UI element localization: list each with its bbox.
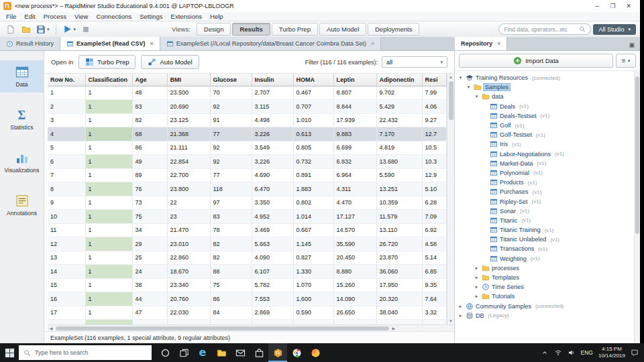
data-cell[interactable]: 49 [132, 155, 167, 169]
data-cell[interactable]: 6.107 [252, 265, 293, 279]
repo-item-titanic-unlabeled[interactable]: Titanic Unlabeled(v1) [455, 235, 640, 244]
open-process-button[interactable] [19, 23, 33, 36]
table-row[interactable]: 416821.368773.2260.6139.8837.17012.7 [48, 127, 446, 141]
run-button[interactable]: ▾ [61, 23, 78, 36]
rapidminer-taskbar-icon[interactable] [268, 343, 287, 362]
table-row[interactable]: 917322973.3500.8024.47010.3596.28 [48, 196, 446, 210]
repo-item-purchases[interactable]: Purchases(v1) [455, 187, 640, 196]
table-row[interactable]: 1714722.030842.8690.59026.65038.0403.32 [48, 306, 446, 320]
expander-icon[interactable]: ▸ [458, 304, 464, 309]
scroll-right-icon[interactable]: ▶ [390, 325, 397, 332]
data-cell[interactable]: 86 [132, 141, 167, 155]
repo-item-db[interactable]: ▸DB(Legacy) [455, 311, 640, 320]
data-cell[interactable]: 44 [132, 292, 167, 306]
data-cell[interactable]: 47 [132, 306, 167, 320]
row-number-cell[interactable]: 13 [48, 251, 85, 265]
data-cell[interactable]: 6.28 [422, 196, 446, 210]
import-data-button[interactable]: Import Data [459, 54, 613, 68]
data-cell[interactable]: 1 [85, 251, 132, 265]
notifications-icon[interactable] [631, 349, 639, 357]
table-row[interactable]: 114823.500702.7070.4678.8079.7027.99 [48, 86, 446, 100]
row-number-cell[interactable]: 12 [48, 237, 85, 251]
data-cell[interactable]: 1 [85, 168, 132, 182]
data-cell[interactable]: 0.891 [293, 168, 333, 182]
data-cell[interactable]: 92 [210, 155, 252, 169]
data-cell[interactable]: 34 [132, 223, 167, 237]
data-cell[interactable]: 1 [85, 265, 132, 279]
expander-icon[interactable]: ▸ [474, 275, 480, 280]
data-cell[interactable]: 23.870 [376, 251, 422, 265]
data-cell[interactable]: 0.827 [293, 251, 333, 265]
data-cell[interactable]: 86 [210, 292, 252, 306]
minimize-button[interactable]: ─ [595, 3, 599, 9]
data-cell[interactable]: 78 [210, 223, 252, 237]
data-cell[interactable]: 77 [210, 168, 252, 182]
data-cell[interactable]: 1.330 [293, 265, 333, 279]
row-number-cell[interactable]: 2 [48, 100, 85, 114]
menu-extensions[interactable]: Extensions [167, 13, 206, 20]
start-button[interactable] [0, 343, 19, 362]
repo-item-community-samples[interactable]: ▸Community Samples(connected) [455, 302, 640, 311]
row-number-cell[interactable]: 15 [48, 278, 85, 292]
table-horizontal-scrollbar[interactable]: ◀ ▶ [48, 324, 454, 331]
data-cell[interactable]: 1 [85, 237, 132, 251]
data-cell[interactable]: 1 [85, 100, 132, 114]
row-number-cell[interactable]: 16 [48, 292, 85, 306]
data-cell[interactable]: 23.800 [167, 182, 210, 196]
auto-model-button[interactable]: Auto Model [141, 55, 199, 69]
column-header-homa[interactable]: HOMA [293, 74, 333, 86]
row-number-cell[interactable]: 4 [48, 127, 85, 141]
data-cell[interactable]: 75 [210, 278, 252, 292]
data-cell[interactable]: 1 [85, 223, 132, 237]
stop-button[interactable] [79, 23, 93, 36]
data-cell[interactable]: 118 [210, 182, 252, 196]
sidebar-item-visualizations[interactable]: Visualizations [0, 146, 44, 178]
view-button-design[interactable]: Design [197, 23, 231, 36]
data-cell[interactable]: 8.807 [333, 86, 376, 100]
scroll-down-icon[interactable]: ▼ [447, 318, 454, 324]
data-cell[interactable]: 2.707 [252, 86, 293, 100]
panel-menu-icon[interactable]: ▣ [629, 42, 640, 50]
column-header-leptin[interactable]: Leptin [333, 74, 376, 86]
data-cell[interactable]: 85 [210, 320, 252, 325]
row-number-cell[interactable]: 1 [48, 86, 85, 100]
data-cell[interactable]: 29 [132, 237, 167, 251]
data-cell[interactable]: 9.27 [422, 113, 446, 127]
table-row[interactable]: 1113421.470783.4690.66714.57013.1106.92 [48, 223, 446, 237]
sidebar-item-annotations[interactable]: Annotations [0, 189, 44, 221]
data-cell[interactable]: 12.9 [422, 168, 446, 182]
table-row[interactable]: 1017523834.9521.01417.12711.5797.09 [48, 210, 446, 224]
data-cell[interactable]: 25 [132, 251, 167, 265]
data-cell[interactable]: 4.06 [422, 100, 446, 114]
repo-item-iris[interactable]: Iris(v1) [455, 139, 640, 149]
data-cell[interactable]: 9.35 [422, 278, 446, 292]
data-cell[interactable]: 17.127 [333, 210, 376, 224]
data-cell[interactable]: 3.350 [252, 196, 293, 210]
row-number-cell[interactable]: 18 [48, 320, 85, 325]
chrome-icon[interactable] [287, 343, 306, 362]
table-row[interactable]: 518621.111923.5490.8056.6994.81910.5 [48, 141, 446, 155]
data-cell[interactable]: 7.780 [376, 320, 422, 325]
repo-item-transactions[interactable]: Transactions(v1) [455, 244, 640, 253]
data-cell[interactable]: 1 [85, 278, 132, 292]
data-cell[interactable]: 73 [132, 196, 167, 210]
data-cell[interactable]: 17.939 [333, 113, 376, 127]
menu-file[interactable]: File [2, 13, 20, 20]
sidebar-item-data[interactable]: Data [0, 60, 44, 93]
tab-repository[interactable]: Repository × [455, 37, 507, 50]
repo-item-data[interactable]: ▾data [455, 92, 640, 101]
edge-icon[interactable]: e [193, 343, 212, 362]
data-cell[interactable]: 30.773 [333, 320, 376, 325]
data-cell[interactable]: 6.699 [333, 141, 376, 155]
data-cell[interactable]: 5.663 [252, 237, 293, 251]
data-cell[interactable]: 1 [85, 127, 132, 141]
expander-icon[interactable]: ▸ [474, 284, 480, 290]
filter-dropdown[interactable]: all▾ [382, 56, 447, 68]
mail-icon[interactable] [231, 343, 250, 362]
store-icon[interactable] [250, 343, 268, 362]
data-cell[interactable]: 75 [132, 210, 167, 224]
repository-scrollbar[interactable] [634, 70, 640, 343]
repo-item-processes[interactable]: ▸processes [455, 263, 640, 273]
repo-item-ripley-set[interactable]: Ripley-Set(v1) [455, 196, 640, 206]
table-row[interactable]: 817623.8001186.4701.8834.31113.2515.10 [48, 182, 446, 196]
